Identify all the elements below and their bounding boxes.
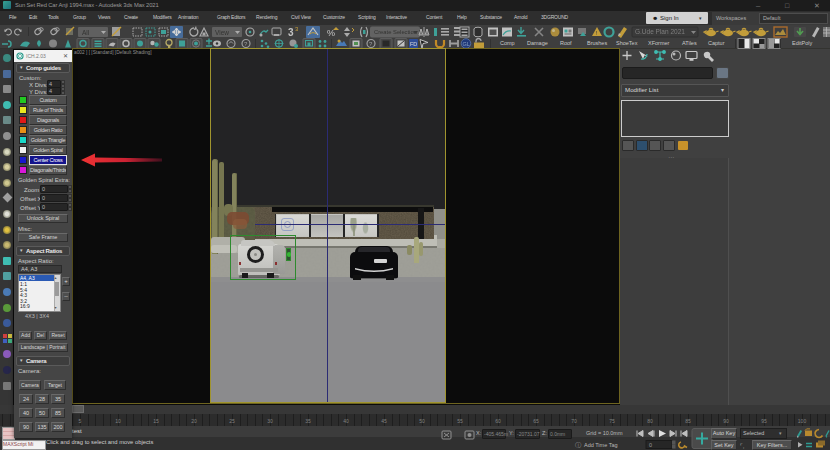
svg-text:20: 20 <box>191 418 197 424</box>
svg-text:5: 5 <box>79 418 82 424</box>
svg-text:?: ? <box>369 41 373 47</box>
svg-text:95: 95 <box>761 418 767 424</box>
svg-text:85: 85 <box>685 418 691 424</box>
svg-text:G.Ude Plan 2021: G.Ude Plan 2021 <box>635 28 685 35</box>
svg-text:3: 3 <box>288 27 294 38</box>
svg-text:55: 55 <box>457 418 463 424</box>
svg-text:50: 50 <box>419 418 425 424</box>
svg-text:Create Selection Se: Create Selection Se <box>374 29 426 35</box>
svg-text:65: 65 <box>533 418 539 424</box>
svg-text:All: All <box>82 29 90 36</box>
svg-text:0: 0 <box>649 442 652 448</box>
svg-text:10: 10 <box>115 418 121 424</box>
svg-text:35: 35 <box>305 418 311 424</box>
svg-text:70: 70 <box>571 418 577 424</box>
svg-text:?: ? <box>244 41 248 47</box>
svg-text:75: 75 <box>609 418 615 424</box>
svg-text:3: 3 <box>295 26 299 32</box>
svg-text:GL: GL <box>463 41 470 47</box>
svg-text:80: 80 <box>647 418 653 424</box>
svg-text:40: 40 <box>343 418 349 424</box>
svg-text:25: 25 <box>229 418 235 424</box>
svg-text:60: 60 <box>495 418 501 424</box>
svg-text:100: 100 <box>798 418 807 424</box>
svg-text:90: 90 <box>723 418 729 424</box>
svg-text:FD: FD <box>410 41 417 47</box>
svg-text:45: 45 <box>381 418 387 424</box>
svg-text:15: 15 <box>153 418 159 424</box>
svg-text:View: View <box>215 29 229 36</box>
svg-text:30: 30 <box>267 418 273 424</box>
